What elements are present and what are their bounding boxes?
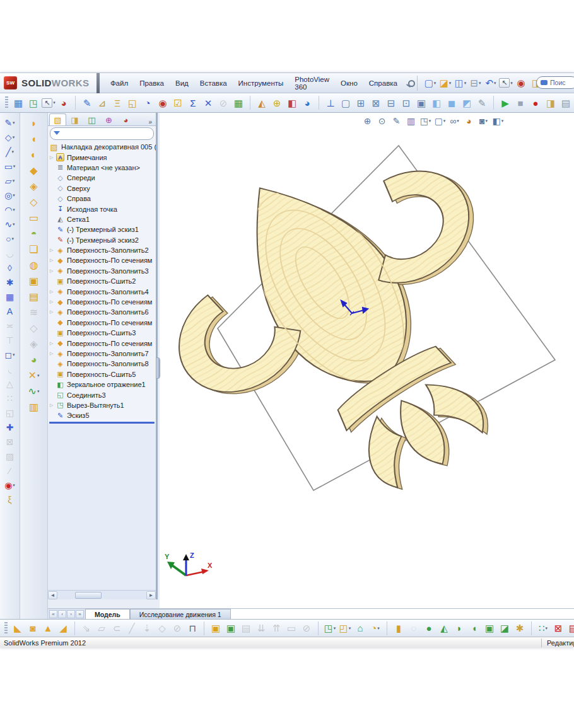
view-hidden-lines-visible-icon[interactable]: ⊞ <box>353 95 368 110</box>
rib-icon[interactable]: ⇘ <box>79 621 94 636</box>
dome-icon[interactable]: ⇣ <box>139 621 155 636</box>
split-icon[interactable]: ✱ <box>512 621 527 636</box>
spellcheck-icon[interactable]: ✎ <box>79 95 95 110</box>
tree-item-material[interactable]: ≣ Материал <не указан> <box>48 163 156 173</box>
tab-model[interactable]: Модель <box>85 609 130 619</box>
trim-surface-icon[interactable]: ◇ <box>25 320 44 336</box>
tab-motion-study[interactable]: Исследование движения 1 <box>130 609 231 619</box>
view-settings-icon[interactable]: ◧ <box>491 114 505 128</box>
menu-photoview[interactable]: PhotoView 360 <box>289 74 335 93</box>
delete-face-icon[interactable]: ✕ <box>25 367 44 383</box>
zoom-area-icon[interactable]: ⊙ <box>375 114 389 128</box>
rectangle-icon[interactable]: ▭ <box>1 159 19 173</box>
rapid-sketch-icon[interactable]: ◉ <box>1 478 19 492</box>
curves-icon[interactable]: ◰ <box>337 621 353 636</box>
add-relation-icon[interactable]: △ <box>1 376 19 391</box>
extend-surface-icon[interactable]: ◈ <box>25 336 44 352</box>
line-icon[interactable]: ╱ <box>1 144 19 159</box>
hide-show-items-icon[interactable]: ∞ <box>447 114 462 128</box>
equations-icon[interactable]: Σ <box>185 95 201 110</box>
tree-item-fill6[interactable]: ◈ Поверхность-Заполнить6 <box>48 307 156 317</box>
point-icon[interactable]: ✱ <box>1 275 19 289</box>
spline-icon[interactable]: ∿ <box>1 217 19 231</box>
check-active-doc-icon[interactable]: ☑ <box>170 95 185 110</box>
revolve-boss-icon[interactable]: ▣ <box>223 621 238 636</box>
filled-surface-icon[interactable]: ◇ <box>25 194 44 210</box>
preview-window-icon[interactable]: ◕ <box>300 95 315 110</box>
untrim-surface-icon[interactable]: ≋ <box>25 304 44 320</box>
knit-surface-icon[interactable]: ▤ <box>25 289 44 304</box>
draft-icon[interactable]: ▲ <box>40 621 56 636</box>
record-icon[interactable]: ● <box>528 95 543 110</box>
offset-entities-icon[interactable]: ◟ <box>1 362 19 376</box>
tab-nav-next[interactable]: › <box>67 610 75 618</box>
tree-item-right-plane[interactable]: ◇ Справа <box>48 194 156 204</box>
panel-splitter-handle[interactable] <box>156 357 160 379</box>
play-icon[interactable]: ▶ <box>498 95 513 110</box>
extruded-surface-icon[interactable]: ◗ <box>25 115 44 131</box>
tab-featuremanager[interactable]: ▧ <box>49 113 66 125</box>
fillet-icon[interactable]: ◣ <box>10 621 25 636</box>
tree-item-knit2[interactable]: ▣ Поверхность-Сшить2 <box>48 276 156 286</box>
save-icon[interactable]: ◫ <box>453 76 468 91</box>
tree-item-fill4[interactable]: ◈ Поверхность-Заполнить4 <box>48 286 156 296</box>
menu-help[interactable]: Справка <box>363 78 403 89</box>
appearance-wheel-icon[interactable]: ◕ <box>56 95 71 110</box>
offset-surface-icon[interactable]: ◓ <box>25 226 44 241</box>
sketch-fillet-icon[interactable]: ◡ <box>1 246 19 260</box>
slot-icon[interactable]: ▱ <box>1 173 19 188</box>
sketch-icon[interactable]: ✎ <box>1 115 19 130</box>
curvature-icon[interactable]: ✕ <box>201 95 216 110</box>
tree-item-front-plane[interactable]: ◇ Спереди <box>48 173 156 183</box>
tree-item-loft3[interactable]: ◆ Поверхность-По сечениям <box>48 318 156 328</box>
cancel-icon[interactable]: ⊠ <box>551 621 566 636</box>
join-icon[interactable]: ◪ <box>497 621 512 636</box>
tree-item-fill8[interactable]: ◈ Поверхность-Заполнить8 <box>48 359 156 369</box>
extrude-boss-icon[interactable]: ▣ <box>208 621 223 636</box>
view-cube-icon[interactable]: ▣ <box>414 95 429 110</box>
menu-file[interactable]: Файл <box>105 78 134 89</box>
view-shaded-icon[interactable]: ◼ <box>444 95 459 110</box>
mass-properties-icon[interactable]: Ξ <box>110 95 125 110</box>
view-orientation-icon[interactable]: ◳ <box>418 114 433 128</box>
scrollbar-thumb[interactable] <box>75 592 102 599</box>
mirror-feature-icon[interactable]: ╱ <box>124 621 139 636</box>
revolved-cut-icon[interactable]: ▮ <box>391 621 406 636</box>
tree-item-origin[interactable]: ↧ Исходная точка <box>48 204 156 214</box>
tree-item-fill7[interactable]: ◈ Поверхность-Заполнить7 <box>48 349 156 359</box>
reference-triad-icon[interactable]: ⊥ <box>323 95 338 110</box>
quick-snaps-icon[interactable]: ✚ <box>1 420 19 434</box>
tree-item-combine3[interactable]: ◱ Соединить3 <box>48 390 156 400</box>
previous-view-icon[interactable]: ✎ <box>389 114 404 128</box>
edit-appearance-icon[interactable]: ◕ <box>462 114 476 128</box>
render-check-icon[interactable]: ⊕ <box>269 95 284 110</box>
trim-entities-icon[interactable]: ⊤ <box>1 333 19 347</box>
polygon-icon[interactable]: ◊ <box>1 260 19 275</box>
radiate-surface-icon[interactable]: ❏ <box>25 241 44 257</box>
snap-grid-icon[interactable]: ∷ <box>536 621 551 636</box>
lofted-surface-icon[interactable]: ◆ <box>25 163 44 178</box>
section-view-icon[interactable]: ▥ <box>404 114 418 128</box>
tree-item-knit3[interactable]: ▣ Поверхность-Сшить3 <box>48 328 156 338</box>
reference-geometry-icon[interactable]: ◳ <box>322 621 337 636</box>
open-icon[interactable]: ◪ <box>438 76 453 91</box>
options-list-icon[interactable]: ▤ <box>558 95 573 110</box>
wrap-icon[interactable]: ▱ <box>94 621 109 636</box>
tab-displaymanager[interactable]: ◕ <box>117 113 134 125</box>
tree-item-3dsketch2[interactable]: ✎ (-) Трехмерный эскиз2 <box>48 235 156 245</box>
instant3d-icon[interactable]: ◻ <box>1 347 19 362</box>
boss-icon[interactable]: ● <box>421 621 436 636</box>
convert-entities-icon[interactable]: ▦ <box>1 289 19 304</box>
evaluate-table-icon[interactable]: ▦ <box>231 95 246 110</box>
indent-icon[interactable]: ⊓ <box>185 621 200 636</box>
mid-surface-icon[interactable]: ▥ <box>25 399 44 415</box>
transfer-icon[interactable]: ◱ <box>125 95 140 110</box>
panel-horizontal-scrollbar[interactable]: ◄ ► <box>48 590 156 599</box>
tree-item-fill3[interactable]: ◈ Поверхность-Заполнить3 <box>48 266 156 276</box>
deviation-icon[interactable]: ⊘ <box>216 95 231 110</box>
arc-icon[interactable]: ◠ <box>1 202 19 217</box>
deform-icon[interactable]: ⊘ <box>170 621 185 636</box>
linear-pattern-icon[interactable]: ⇊ <box>254 621 269 636</box>
helix-icon[interactable]: ⊘ <box>299 621 314 636</box>
panel-tabs-overflow[interactable]: » <box>146 118 155 125</box>
